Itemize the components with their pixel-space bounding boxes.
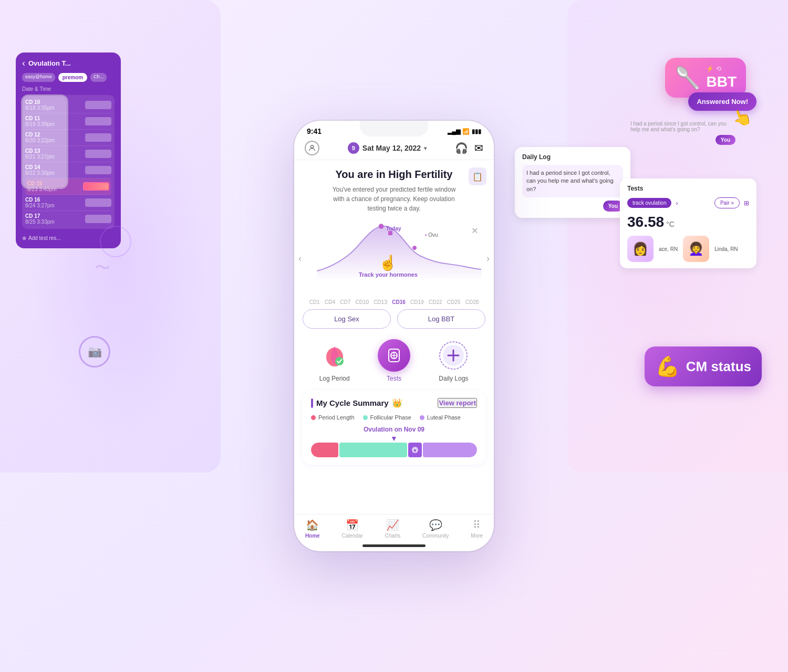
temperature-unit: °C — [666, 220, 675, 228]
tests-action[interactable]: Tests — [378, 339, 410, 382]
luteal-dot — [420, 415, 424, 420]
cycle-legend: Period Length Follicular Phase Luteal Ph… — [311, 414, 477, 421]
notification-badge[interactable]: 9 — [348, 142, 359, 154]
svg-text:▼: ▼ — [413, 448, 417, 453]
test-strip-cd13 — [85, 150, 111, 158]
brand-ch[interactable]: Ch... — [90, 73, 107, 82]
ovulation-label: Ovulation on Nov 09 — [311, 426, 477, 433]
daily-logs-action[interactable]: Daily Logs — [437, 339, 470, 382]
chart-close-button[interactable]: ✕ — [471, 226, 478, 236]
date-chevron-icon[interactable]: ▾ — [424, 145, 427, 151]
back-button[interactable]: ‹ — [22, 58, 25, 69]
tab-charts[interactable]: 📈 Charts — [385, 519, 400, 539]
crown-icon: 👑 — [392, 398, 402, 408]
view-report-button[interactable]: View report — [438, 398, 477, 408]
title-accent-bar — [311, 398, 313, 408]
cycle-bar: ▼ — [311, 443, 477, 457]
chart-nav-left-button[interactable]: ‹ — [298, 253, 302, 264]
today-dot — [388, 231, 392, 235]
wifi-icon: 📶 — [462, 128, 470, 135]
you-label: You — [716, 135, 735, 145]
nurse-row: 👩 ace, RN 👩‍🦱 Linda, RN — [627, 236, 749, 262]
chart-ovu-label: • Ovu — [425, 232, 438, 238]
more-tab-icon: ⠿ — [473, 519, 481, 531]
chat-area: I had a period since I got control, can … — [630, 121, 735, 144]
action-buttons: Log Sex Log BBT — [294, 305, 494, 333]
temperature-display: 36.58 °C — [627, 214, 749, 230]
fertility-section: 📋 You are in High Fertility You've enter… — [294, 160, 494, 217]
tracker-title: Ovulation T... — [28, 59, 71, 67]
cd7-label: CD7 — [340, 299, 350, 305]
period-icon — [318, 339, 351, 372]
period-bar-segment — [311, 443, 338, 457]
log-sex-button[interactable]: Log Sex — [303, 309, 391, 329]
status-time: 9:41 — [307, 127, 322, 135]
track-ovulation-button[interactable]: track ovulation — [627, 198, 671, 208]
profile-button[interactable] — [305, 141, 319, 155]
mail-icon[interactable]: ✉ — [474, 142, 483, 154]
current-date[interactable]: Sat May 12, 2022 — [362, 144, 421, 152]
brand-premom[interactable]: premom — [58, 73, 87, 82]
tab-row: easy@home premom Ch... — [22, 73, 115, 82]
tab-community[interactable]: 💬 Community — [422, 519, 449, 539]
log-period-label: Log Period — [319, 375, 350, 382]
bbt-card: 🥄 ⚡ ⟲ BBT Answered Now! 👆 — [665, 58, 746, 98]
follicular-bar-segment — [339, 443, 407, 457]
cm-status-text: CM status — [686, 359, 751, 375]
left-panel: ‹ Ovulation T... easy@home premom Ch... … — [16, 52, 168, 462]
tests-label: Tests — [387, 375, 401, 382]
cycle-summary-card: My Cycle Summary 👑 View report Period Le… — [303, 391, 485, 465]
report-button[interactable]: 📋 — [469, 167, 486, 185]
nurse1-name: ace, RN — [659, 246, 678, 252]
tests-icon — [378, 339, 410, 372]
chart-nav-right-button[interactable]: › — [486, 253, 490, 264]
cm-illustration-icon: 💪 — [655, 355, 680, 378]
pair-bluetooth-button[interactable]: Pair » — [714, 197, 740, 208]
tests-card: Tests track ovulation › Pair » ⊞ 36.58 °… — [620, 178, 756, 268]
legend-luteal: Luteal Phase — [420, 414, 461, 421]
daily-logs-label: Daily Logs — [439, 375, 468, 382]
brand-easyathome[interactable]: easy@home — [22, 73, 55, 82]
log-period-action[interactable]: Log Period — [318, 339, 351, 382]
nav-icons: 🎧 ✉ — [455, 142, 483, 154]
status-icons: ▂▄▆ 📶 ▮▮▮ — [448, 128, 481, 135]
top-nav-center: 9 Sat May 12, 2022 ▾ — [348, 142, 427, 154]
ovulation-bar-segment: ▼ — [408, 443, 422, 457]
main-actions: Log Period Tests — [294, 333, 494, 384]
test-strip-cd17 — [85, 215, 111, 223]
cd10-label: CD10 — [356, 299, 369, 305]
calendar-tab-icon: 📅 — [346, 519, 359, 531]
bluetooth-icon: ⊞ — [744, 200, 749, 207]
temperature-value: 36.58 — [627, 214, 664, 230]
headset-icon[interactable]: 🎧 — [455, 142, 468, 154]
test-strip-cd12 — [85, 133, 111, 142]
cd13-label: CD13 — [374, 299, 387, 305]
phone-content[interactable]: 📋 You are in High Fertility You've enter… — [294, 160, 494, 528]
cycle-title: My Cycle Summary 👑 — [311, 398, 402, 408]
date-time-label: Date & Time — [22, 86, 115, 92]
fertility-description: You've entered your predicted fertile wi… — [331, 185, 457, 213]
more-tab-label: More — [471, 533, 483, 539]
svg-point-2 — [412, 246, 417, 250]
svg-point-1 — [379, 224, 384, 229]
home-indicator — [362, 544, 426, 547]
charts-tab-label: Charts — [385, 533, 400, 539]
test-strip-cd16 — [85, 198, 111, 207]
nurse1-avatar: 👩 — [627, 236, 654, 262]
signal-icon: ▂▄▆ — [448, 128, 460, 135]
period-dot — [311, 415, 316, 420]
home-tab-icon: 🏠 — [306, 519, 319, 531]
cd4-label: CD4 — [325, 299, 335, 305]
daily-log-card: Daily Log I had a period since I got con… — [515, 147, 630, 218]
cd1-label: CD1 — [309, 299, 320, 305]
test-strip-cd10 — [85, 101, 111, 109]
daily-logs-icon — [437, 339, 470, 372]
cd16-label: CD16 — [392, 299, 406, 305]
tab-home[interactable]: 🏠 Home — [305, 519, 320, 539]
log-bbt-button[interactable]: Log BBT — [397, 309, 485, 329]
phone-frame: 9:41 ▂▄▆ 📶 ▮▮▮ 9 Sat May 12, 2022 ▾ 🎧 — [294, 121, 494, 551]
hormone-track-button[interactable]: ☝️ Track your hormones — [359, 254, 418, 278]
tab-calendar[interactable]: 📅 Calendar — [341, 519, 363, 539]
cd19-label: CD19 — [410, 299, 424, 305]
tab-more[interactable]: ⠿ More — [471, 519, 483, 539]
